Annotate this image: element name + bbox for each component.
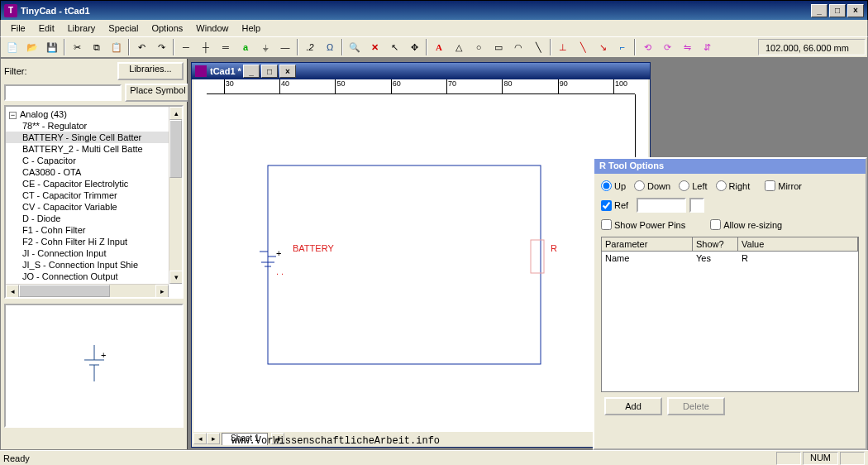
tree-item[interactable]: 78** - Regulator	[6, 120, 182, 132]
origin-icon[interactable]: ⊥	[554, 38, 572, 56]
tree-item[interactable]: CA3080 - OTA	[6, 166, 182, 178]
label-icon[interactable]: .2	[301, 38, 319, 56]
menu-window[interactable]: Window	[189, 22, 235, 35]
show-power-check[interactable]: Show Power Pins	[601, 219, 685, 230]
tree-item[interactable]: CE - Capacitor Electrolytic	[6, 178, 182, 189]
pointer-icon[interactable]: ↖	[385, 38, 403, 56]
ruler-horizontal: 30 40 50 60 70 80 90 100	[207, 79, 635, 94]
menu-options[interactable]: Options	[145, 22, 189, 35]
triangle-icon[interactable]: △	[450, 38, 468, 56]
ref-input[interactable]	[637, 198, 686, 213]
library-sidebar: Filter: Libraries... Place Symbol −Analo…	[1, 59, 188, 449]
tree-item[interactable]: JI - Connection Input	[6, 247, 182, 259]
tree-item[interactable]: JI_S - Connection Input Shie	[6, 259, 182, 271]
flip-v-icon[interactable]: ⇵	[698, 38, 716, 56]
tree-item[interactable]: F2 - Cohn Filter Hi Z Input	[6, 236, 182, 247]
zoom-icon[interactable]: 🔍	[346, 38, 364, 56]
tree-hscroll[interactable]: ◂ ▸	[6, 284, 169, 297]
minimize-button[interactable]: _	[811, 4, 827, 17]
paste-icon[interactable]: 📋	[107, 38, 126, 56]
battery-preview-icon: +	[78, 345, 111, 386]
menu-library[interactable]: Library	[61, 22, 103, 35]
status-pane	[776, 452, 801, 465]
bus-icon[interactable]: ═	[217, 38, 235, 56]
move-icon[interactable]: ✥	[405, 38, 423, 56]
svg-rect-5	[268, 165, 541, 364]
tree-item[interactable]: CV - Capacitor Variable	[6, 201, 182, 213]
noconnect-icon[interactable]: —	[276, 38, 294, 56]
allow-resize-check[interactable]: Allow re-sizing	[710, 219, 782, 230]
symbol-icon[interactable]: Ω	[321, 38, 339, 56]
text-icon[interactable]: A	[430, 38, 448, 56]
sheet-prev-button[interactable]: ◂	[193, 433, 207, 444]
open-icon[interactable]: 📂	[23, 38, 41, 56]
ref-suffix-input[interactable]	[689, 198, 704, 213]
menu-file[interactable]: File	[4, 22, 32, 35]
dir-down-radio[interactable]: Down	[634, 180, 670, 191]
svg-text:+: +	[101, 350, 106, 360]
toolbar: 📄 📂 💾 ✂ ⧉ 📋 ↶ ↷ ─ ┼ ═ a ⏚ — .2 Ω 🔍 ✕ ↖ ✥…	[0, 36, 868, 58]
coordinates-readout: 102.000, 66.000 mm	[758, 39, 866, 55]
libraries-button[interactable]: Libraries...	[117, 62, 184, 80]
power-icon[interactable]: ⏚	[256, 38, 274, 56]
maximize-button[interactable]: □	[829, 4, 846, 17]
schematic-canvas[interactable]: + BATTERY . . R	[193, 94, 635, 432]
ruler-icon[interactable]: ╲	[574, 38, 592, 56]
wire-icon[interactable]: ─	[177, 38, 195, 56]
place-symbol-button[interactable]: Place Symbol	[125, 84, 191, 102]
doc-minimize-button[interactable]: _	[243, 65, 260, 78]
tree-item[interactable]: BATTERY_2 - Multi Cell Batte	[6, 143, 182, 155]
menu-help[interactable]: Help	[235, 22, 267, 35]
undo-icon[interactable]: ↶	[132, 38, 150, 56]
svg-rect-12	[531, 240, 544, 273]
delete-icon[interactable]: ✕	[365, 38, 384, 56]
tree-item[interactable]: BATTERY - Single Cell Batter	[6, 132, 182, 143]
tree-item[interactable]: CT - Capacitor Trimmer	[6, 189, 182, 201]
menu-special[interactable]: Special	[102, 22, 145, 35]
delete-button[interactable]: Delete	[667, 397, 725, 415]
doc-maximize-button[interactable]: □	[261, 65, 278, 78]
measure-icon[interactable]: ↘	[594, 38, 612, 56]
circle-icon[interactable]: ○	[470, 38, 488, 56]
new-icon[interactable]: 📄	[3, 38, 21, 56]
tree-category[interactable]: −Analog (43)	[6, 108, 182, 120]
document-titlebar[interactable]: tCad1 * _ □ ×	[192, 63, 650, 79]
flip-h-icon[interactable]: ⇋	[678, 38, 696, 56]
filter-input[interactable]	[4, 84, 122, 101]
menu-edit[interactable]: Edit	[32, 22, 61, 35]
doc-title-text: tCad1 *	[210, 66, 241, 76]
line-icon[interactable]: ╲	[529, 38, 547, 56]
tool-title[interactable]: R Tool Options	[594, 159, 866, 174]
arc-icon[interactable]: ◠	[509, 38, 527, 56]
dir-left-radio[interactable]: Left	[679, 180, 707, 191]
param-grid[interactable]: Name Yes R	[601, 252, 859, 392]
dir-right-radio[interactable]: Right	[716, 180, 751, 191]
sheet-next-button[interactable]: ▸	[207, 433, 220, 444]
watermark: www.VorWissenschaftlicheArbeit.info	[231, 435, 440, 447]
tree-item[interactable]: D - Diode	[6, 213, 182, 224]
filter-label: Filter:	[4, 66, 45, 76]
redo-icon[interactable]: ↷	[152, 38, 170, 56]
cut-icon[interactable]: ✂	[68, 38, 86, 56]
tree-item[interactable]: C - Capacitor	[6, 155, 182, 166]
param-row[interactable]: Name Yes R	[602, 252, 858, 265]
close-button[interactable]: ×	[847, 4, 864, 17]
net-icon[interactable]: a	[236, 38, 255, 56]
rotate-right-icon[interactable]: ⟳	[658, 38, 676, 56]
doc-close-button[interactable]: ×	[279, 65, 296, 78]
param-grid-header: Parameter Show? Value	[601, 237, 859, 252]
dir-up-radio[interactable]: Up	[601, 180, 626, 191]
save-icon[interactable]: 💾	[43, 38, 61, 56]
rotate-left-icon[interactable]: ⟲	[638, 38, 656, 56]
hierarchy-icon[interactable]: ⌐	[613, 38, 632, 56]
tree-item[interactable]: JO - Connection Output	[6, 271, 182, 282]
symbol-tree[interactable]: −Analog (43) 78** - Regulator BATTERY - …	[4, 105, 184, 299]
rect-icon[interactable]: ▭	[489, 38, 508, 56]
add-button[interactable]: Add	[604, 397, 662, 415]
copy-icon[interactable]: ⧉	[88, 38, 106, 56]
ref-check[interactable]: Ref	[601, 200, 628, 211]
tree-vscroll[interactable]: ▴ ▾	[169, 107, 182, 284]
tree-item[interactable]: F1 - Cohn Filter	[6, 224, 182, 236]
mirror-check[interactable]: Mirror	[765, 180, 802, 191]
junction-icon[interactable]: ┼	[197, 38, 215, 56]
